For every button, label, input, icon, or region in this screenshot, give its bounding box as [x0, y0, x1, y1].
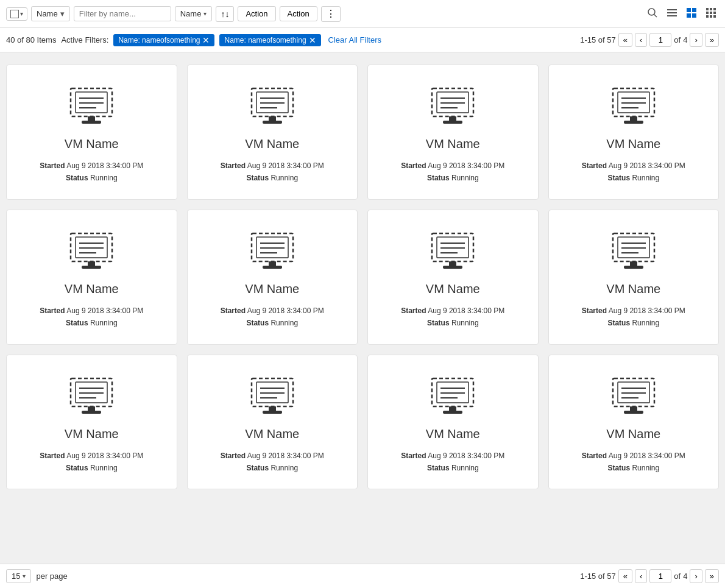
vm-card[interactable]: VM Name Started Aug 9 2018 3:34:00 PM St…	[6, 65, 177, 200]
action2-button[interactable]: Action	[280, 6, 317, 21]
bottom-next-page-button[interactable]: ›	[690, 569, 702, 583]
vm-card-name: VM Name	[426, 137, 480, 151]
vm-card-name: VM Name	[65, 137, 119, 151]
vm-card-name: VM Name	[65, 282, 119, 296]
svg-rect-6	[692, 8, 696, 12]
vm-card[interactable]: VM Name Started Aug 9 2018 3:34:00 PM St…	[367, 65, 539, 200]
sort-label: Name	[180, 9, 202, 18]
started-value: Aug 9 2018 3:34:00 PM	[66, 452, 143, 460]
kebab-icon: ⋮	[326, 9, 336, 19]
svg-rect-14	[713, 12, 716, 14]
status-value: Running	[632, 174, 659, 182]
filter-input[interactable]	[74, 6, 171, 21]
status-label: Status	[607, 319, 630, 327]
bottom-bar-pagination: 1-15 of 57 « ‹ of 4 › »	[580, 569, 719, 583]
list-view-button[interactable]	[664, 5, 680, 23]
svg-rect-38	[443, 121, 462, 124]
svg-rect-15	[706, 15, 709, 18]
clear-all-filters-link[interactable]: Clear All Filters	[328, 35, 381, 44]
vm-card[interactable]: VM Name Started Aug 9 2018 3:34:00 PM St…	[367, 355, 539, 490]
sort-order-icon: ↑↓	[221, 9, 229, 19]
vm-card-meta: Started Aug 9 2018 3:34:00 PM Status Run…	[221, 305, 324, 330]
kebab-menu-button[interactable]: ⋮	[321, 6, 341, 22]
vm-card[interactable]: VM Name Started Aug 9 2018 3:34:00 PM St…	[6, 355, 177, 490]
filter-name-select[interactable]: Name ▾	[31, 6, 70, 21]
status-label: Status	[246, 464, 269, 472]
toolbar-right	[645, 5, 719, 23]
vm-card[interactable]: VM Name Started Aug 9 2018 3:34:00 PM St…	[187, 65, 358, 200]
vm-card[interactable]: VM Name Started Aug 9 2018 3:34:00 PM St…	[548, 210, 720, 345]
card-small-view-icon	[706, 7, 716, 18]
sort-order-button[interactable]: ↑↓	[216, 6, 234, 22]
vm-grid: VM Name Started Aug 9 2018 3:34:00 PM St…	[6, 65, 719, 489]
action1-button[interactable]: Action	[238, 6, 275, 21]
svg-rect-31	[263, 121, 282, 124]
vm-icon-wrap	[245, 83, 300, 127]
status-value: Running	[632, 464, 659, 472]
bottom-prev-page-button[interactable]: ‹	[635, 569, 647, 583]
bottom-first-page-button[interactable]: «	[618, 569, 632, 583]
svg-rect-3	[667, 12, 677, 13]
first-page-button[interactable]: «	[618, 33, 632, 47]
bottom-last-page-button[interactable]: »	[705, 569, 719, 583]
svg-rect-93	[449, 406, 456, 411]
status-label: Status	[246, 174, 269, 182]
vm-icon-wrap	[64, 374, 119, 417]
started-value: Aug 9 2018 3:34:00 PM	[247, 452, 324, 460]
card-medium-view-button[interactable]	[684, 5, 699, 23]
svg-rect-4	[667, 15, 677, 16]
vm-icon-wrap	[425, 374, 480, 417]
svg-rect-86	[269, 406, 276, 411]
filter-name-chevron-icon: ▾	[60, 9, 65, 18]
next-page-button[interactable]: ›	[690, 33, 702, 47]
status-label: Status	[66, 319, 88, 327]
started-label: Started	[401, 306, 426, 315]
filter-bar-pagination-range: 1-15 of 57	[580, 35, 616, 44]
action1-label: Action	[246, 9, 267, 18]
status-label: Status	[427, 464, 450, 472]
started-value: Aug 9 2018 3:34:00 PM	[428, 306, 504, 315]
filter-tag-1-close-icon[interactable]: ✕	[202, 36, 210, 44]
svg-rect-51	[88, 261, 95, 266]
select-all-checkbox[interactable]: ▾	[6, 7, 27, 21]
vm-card-meta: Started Aug 9 2018 3:34:00 PM Status Run…	[401, 305, 504, 330]
card-small-view-button[interactable]	[703, 5, 719, 23]
sort-select[interactable]: Name ▾	[175, 6, 213, 21]
started-value: Aug 9 2018 3:34:00 PM	[609, 306, 685, 315]
vm-icon-wrap	[606, 228, 661, 272]
filter-tag-1[interactable]: Name: nameofsomething ✕	[113, 34, 214, 46]
vm-card[interactable]: VM Name Started Aug 9 2018 3:34:00 PM St…	[187, 355, 358, 490]
last-page-button[interactable]: »	[705, 33, 719, 47]
svg-rect-13	[710, 12, 712, 14]
bottom-page-input[interactable]	[649, 569, 671, 583]
vm-icon	[248, 231, 297, 270]
vm-icon	[67, 376, 116, 415]
search-button[interactable]	[645, 5, 660, 23]
vm-icon-wrap	[606, 83, 661, 127]
started-label: Started	[582, 161, 607, 170]
svg-rect-30	[269, 116, 276, 121]
vm-card[interactable]: VM Name Started Aug 9 2018 3:34:00 PM St…	[548, 65, 720, 200]
svg-rect-100	[630, 406, 637, 411]
started-label: Started	[40, 161, 65, 170]
vm-card[interactable]: VM Name Started Aug 9 2018 3:34:00 PM St…	[6, 210, 177, 345]
vm-card[interactable]: VM Name Started Aug 9 2018 3:34:00 PM St…	[367, 210, 539, 345]
per-page-select[interactable]: 15 ▾	[6, 569, 31, 583]
vm-card[interactable]: VM Name Started Aug 9 2018 3:34:00 PM St…	[548, 355, 720, 490]
svg-rect-94	[443, 411, 462, 414]
vm-card[interactable]: VM Name Started Aug 9 2018 3:34:00 PM St…	[187, 210, 358, 345]
vm-card-meta: Started Aug 9 2018 3:34:00 PM Status Run…	[40, 160, 143, 185]
svg-rect-2	[667, 9, 677, 10]
checkbox-box	[10, 10, 19, 18]
started-label: Started	[40, 306, 65, 315]
status-value: Running	[632, 319, 659, 327]
vm-icon	[248, 86, 297, 125]
vm-card-meta: Started Aug 9 2018 3:34:00 PM Status Run…	[582, 450, 685, 475]
toolbar: ▾ Name ▾ Name ▾ ↑↓ Action Action ⋮	[0, 0, 725, 28]
status-label: Status	[427, 174, 450, 182]
total-pages: 4	[683, 35, 687, 44]
page-input[interactable]	[649, 33, 671, 47]
prev-page-button[interactable]: ‹	[635, 33, 647, 47]
filter-tag-2-close-icon[interactable]: ✕	[309, 36, 316, 44]
filter-tag-2[interactable]: Name: nameofsomething ✕	[219, 34, 320, 46]
